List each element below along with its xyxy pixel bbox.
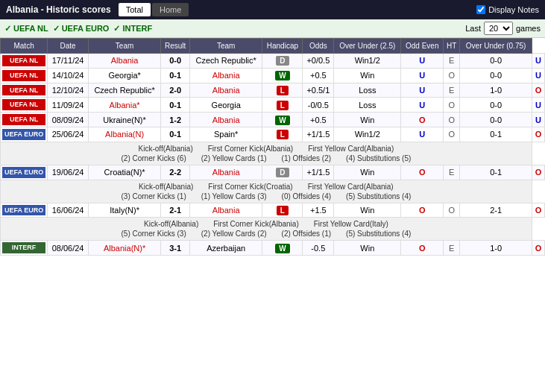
result-badge: L [262,83,303,98]
result-badge: W [262,68,303,83]
corner-info: First Corner Kick(Albania) [208,145,293,153]
team2-name[interactable]: Azerbaijan [190,241,262,256]
team2-name[interactable]: Albania [190,165,262,180]
kickoff-info: Kick-off(Albania) [139,183,193,191]
handicap-value: +0.5 [303,113,334,127]
filter-bar: UEFA NL UEFA EURO INTERF Last 20 10 30 5… [0,19,545,38]
odd-even-value: E [444,54,460,69]
table-row: INTERF08/06/24Albania(N)*3-1AzerbaijanW-… [1,241,545,256]
league-badge: INTERF [1,241,48,256]
odds-value: Win1/2 [334,127,401,142]
team2-name[interactable]: Albania [190,113,262,127]
detail-item: (1) Yellow Cards (3) [201,192,267,200]
team1-name[interactable]: Albania(N) [89,127,161,142]
tab-total[interactable]: Total [119,3,151,16]
ht-score: 0-0 [460,113,532,127]
yellow-card-info: First Yellow Card(Albania) [308,145,394,153]
team2-name[interactable]: Georgia [190,98,262,113]
over-under-value: O [401,165,444,180]
league-badge: UEFA EURO [1,203,48,218]
match-score: 0-1 [161,68,190,83]
team2-name[interactable]: Czech Republic* [190,54,262,69]
detail-item: (2) Corner Kicks (6) [121,154,186,162]
last-select[interactable]: 20 10 30 50 [484,22,513,35]
match-score: 3-1 [161,241,190,256]
ht-score: 2-1 [460,203,532,218]
result-badge: L [262,203,303,218]
col-odds: Odds [303,39,334,54]
over-under-value: U [401,68,444,83]
match-score: 2-0 [161,83,190,98]
match-details: (5) Corner Kicks (3)(2) Yellow Cards (2)… [5,230,527,238]
odd-even-value: E [444,241,460,256]
result-badge: D [262,54,303,69]
col-match: Match [1,39,48,54]
team1-name[interactable]: Albania(N)* [89,241,161,256]
header-tabs: Total Home [119,3,189,16]
league-badge: UEFA NL [1,68,48,83]
over-under-075-value: U [532,98,544,113]
team1-name[interactable]: Albania [89,54,161,69]
display-notes-checkbox[interactable] [476,5,485,14]
kickoff-info: Kick-off(Albania) [144,220,198,228]
ht-score: 0-0 [460,98,532,113]
handicap-value: +0.5 [303,68,334,83]
col-result: Result [161,39,190,54]
odd-even-value: O [444,203,460,218]
handicap-value: +0.5/1 [303,83,334,98]
detail-item: (4) Substitutions (5) [346,154,411,162]
col-team2: Team [190,39,262,54]
match-date: 14/10/24 [48,68,89,83]
ht-score: 0-1 [460,165,532,180]
team2-name[interactable]: Albania [190,83,262,98]
match-score: 0-0 [161,54,190,69]
odds-value: Win [334,113,401,127]
team1-name[interactable]: Georgia* [89,68,161,83]
match-details: (3) Corner Kicks (1)(1) Yellow Cards (3)… [5,192,527,200]
over-under-075-value: U [532,68,544,83]
filter-interf[interactable]: INTERF [113,24,152,34]
col-odd-even: Odd Even [401,39,444,54]
detail-item: (2) Yellow Cards (2) [201,230,267,238]
league-badge: UEFA NL [1,113,48,127]
team1-name[interactable]: Czech Republic* [89,83,161,98]
detail-item: (1) Offsides (2) [282,154,332,162]
odds-value: Loss [334,98,401,113]
league-badge: UEFA EURO [1,127,48,142]
odds-value: Loss [334,83,401,98]
over-under-075-value: U [532,54,544,69]
last-label: Last [465,24,481,33]
filter-uefa-nl[interactable]: UEFA NL [4,24,48,34]
filter-uefa-euro[interactable]: UEFA EURO [53,24,110,34]
ht-score: 0-0 [460,68,532,83]
table-row: UEFA NL14/10/24Georgia*0-1AlbaniaW+0.5Wi… [1,68,545,83]
header-bar: Albania - Historic scores Total Home Dis… [0,0,545,19]
table-row: UEFA EURO16/06/24Italy(N)*2-1AlbaniaL+1.… [1,203,545,218]
match-date: 25/06/24 [48,127,89,142]
detail-item: (2) Offsides (1) [282,230,332,238]
team2-name[interactable]: Albania [190,68,262,83]
odd-even-value: O [444,127,460,142]
handicap-value: -0/0.5 [303,98,334,113]
team1-name[interactable]: Ukraine(N)* [89,113,161,127]
tab-home[interactable]: Home [152,3,189,16]
col-over-under: Over Under (2.5) [334,39,401,54]
team1-name[interactable]: Albania* [89,98,161,113]
detail-item: (5) Substitutions (4) [346,230,411,238]
col-date: Date [48,39,89,54]
team2-name[interactable]: Albania [190,203,262,218]
over-under-value: U [401,83,444,98]
match-date: 11/09/24 [48,98,89,113]
team2-name[interactable]: Spain* [190,127,262,142]
yellow-card-info: First Yellow Card(Albania) [308,183,394,191]
match-date: 08/06/24 [48,241,89,256]
info-cell: Kick-off(Albania)First Corner Kick(Alban… [1,142,532,165]
team1-name[interactable]: Italy(N)* [89,203,161,218]
match-score: 2-2 [161,165,190,180]
league-badge: UEFA NL [1,98,48,113]
over-under-value: U [401,127,444,142]
over-under-075-value: O [532,165,544,180]
over-under-075-value: O [532,203,544,218]
team1-name[interactable]: Croatia(N)* [89,165,161,180]
last-filter: Last 20 10 30 50 games [465,22,541,35]
